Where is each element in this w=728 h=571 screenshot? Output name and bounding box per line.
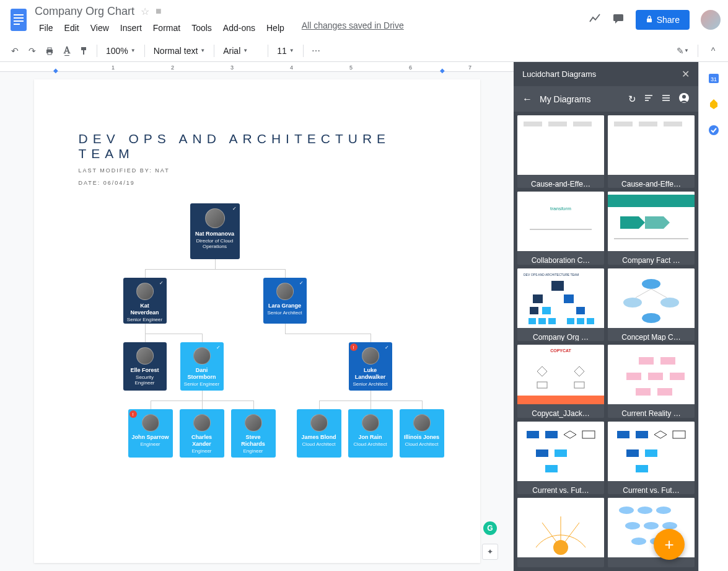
diagram-item[interactable]: transformCollaboration C… [517,192,604,264]
redo-button[interactable]: ↷ [25,43,40,58]
check-icon: ✓ [384,344,390,350]
menu-view[interactable]: View [86,20,113,35]
paint-format-button[interactable] [77,43,92,58]
svg-rect-39 [551,281,564,291]
menu-addons[interactable]: Add-ons [219,20,260,35]
diagram-item[interactable]: COPYCATCopycat_JJack… [517,345,604,417]
svg-point-54 [660,298,679,308]
user-avatar[interactable] [701,10,721,30]
org-node[interactable]: Steve Richards Engineer [231,409,276,458]
org-node[interactable]: ✓ Lara Grange Senior Architect [263,278,307,324]
svg-rect-66 [639,357,654,365]
check-icon: ✓ [159,280,165,286]
org-node-director[interactable]: ✓ Nat Romanova Director of Cloud Operati… [190,203,240,259]
diagram-item[interactable]: Cause-and-Effe… [608,115,695,188]
menu-format[interactable]: Format [149,20,185,35]
star-icon[interactable]: ☆ [141,6,149,17]
lock-icon [646,15,653,25]
diagram-item[interactable] [517,498,604,567]
svg-rect-83 [636,431,648,438]
comments-icon[interactable] [612,12,625,28]
org-node[interactable]: ! ✓ Luke Landwalker Senior Architect [349,342,392,391]
hide-menus-button[interactable]: ^ [706,43,721,58]
diagram-item[interactable]: DEV OPS AND ARCHITECTURE TEAMCompany Org… [517,268,604,341]
menu-help[interactable]: Help [262,20,289,35]
org-node[interactable]: Illinois Jones Cloud Architect [400,409,444,458]
org-node[interactable]: ! John Sparrow Engineer [128,409,173,458]
org-node[interactable]: ✓ Dani Stormborn Senior Engineer [180,342,224,391]
doc-meta-date[interactable]: DATE: 06/04/19 [79,180,436,186]
indent-marker-right[interactable]: ◆ [440,67,445,74]
org-node[interactable]: ✓ Kat Neverdean Senior Engineer [123,278,167,324]
document-title[interactable]: Company Org Chart [35,5,134,18]
keep-icon[interactable] [708,98,720,110]
activity-icon[interactable] [589,12,601,28]
svg-rect-69 [648,373,663,380]
svg-rect-70 [670,373,685,380]
calendar-icon[interactable]: 31 [708,72,720,84]
back-icon[interactable]: ← [522,94,532,105]
diagram-item[interactable]: Company Fact … [608,192,695,264]
svg-rect-79 [555,449,567,457]
sort-icon[interactable] [644,93,654,105]
svg-rect-86 [626,449,639,457]
svg-rect-36 [614,238,688,239]
svg-rect-67 [660,357,675,365]
grammarly-icon[interactable]: G [483,521,497,535]
account-icon[interactable] [678,92,690,105]
svg-rect-31 [530,229,592,230]
folder-icon[interactable]: ■ [156,6,162,17]
editing-mode-button[interactable]: ✎ ▼ [675,43,690,58]
doc-meta-modified[interactable]: LAST MODIFIED BY: NAT [79,167,436,174]
menu-edit[interactable]: Edit [60,20,84,35]
org-node[interactable]: Charles Xander Engineer [180,409,224,458]
menu-file[interactable]: File [35,20,58,35]
style-select[interactable]: Normal text▼ [150,45,209,57]
fontsize-select[interactable]: 11▼ [273,45,298,57]
close-icon[interactable]: ✕ [682,68,690,80]
refresh-icon[interactable]: ↻ [628,94,636,105]
svg-text:transform: transform [550,206,571,211]
font-select[interactable]: Arial▼ [219,45,263,57]
indent-marker[interactable]: ◆ [53,67,58,74]
check-icon: ✓ [232,205,238,211]
org-node[interactable]: Jon Rain Cloud Architect [348,409,393,458]
svg-rect-47 [548,318,556,324]
diagram-item[interactable]: Current vs. Fut… [517,422,604,494]
svg-rect-27 [639,122,657,126]
diagram-item[interactable]: Current Reality … [608,345,695,417]
diagram-item[interactable]: Current vs. Fut… [608,422,695,494]
svg-rect-33 [608,195,695,207]
print-button[interactable] [42,43,57,58]
add-diagram-button[interactable]: + [654,529,685,560]
zoom-select[interactable]: 100%▼ [102,45,139,57]
share-button[interactable]: Share [636,10,690,30]
diagram-item[interactable]: Cause-and-Effe… [517,115,604,188]
svg-rect-9 [48,48,51,50]
tasks-icon[interactable] [708,124,720,136]
menu-tools[interactable]: Tools [187,20,216,35]
spellcheck-button[interactable]: A̲ [59,43,74,58]
explore-button[interactable]: ✦ [482,544,498,560]
svg-rect-82 [617,431,629,438]
org-node[interactable]: James Blond Cloud Architect [297,409,341,458]
more-button[interactable]: ⋯ [309,43,323,58]
org-chart[interactable]: ✓ Nat Romanova Director of Cloud Operati… [79,198,436,471]
diagram-item[interactable] [608,498,695,567]
svg-rect-46 [538,318,546,324]
org-node[interactable]: Elle Forest Security Engineer [123,342,167,391]
svg-rect-58 [517,345,604,404]
lucidchart-sidebar: Lucidchart Diagrams ✕ ← My Diagrams ↻ Ca… [514,62,698,571]
svg-rect-10 [48,52,51,55]
svg-rect-74 [527,431,539,438]
svg-rect-43 [542,307,551,314]
svg-rect-49 [577,318,584,324]
diagram-item[interactable]: Concept Map C… [608,268,695,341]
menu-insert[interactable]: Insert [116,20,146,35]
list-view-icon[interactable] [661,93,671,105]
doc-heading[interactable]: DEV OPS AND ARCHITECTURE TEAM [79,131,436,161]
undo-button[interactable]: ↶ [7,43,22,58]
avatar [310,414,328,432]
save-status[interactable]: All changes saved in Drive [302,20,404,35]
docs-logo[interactable] [7,5,30,35]
